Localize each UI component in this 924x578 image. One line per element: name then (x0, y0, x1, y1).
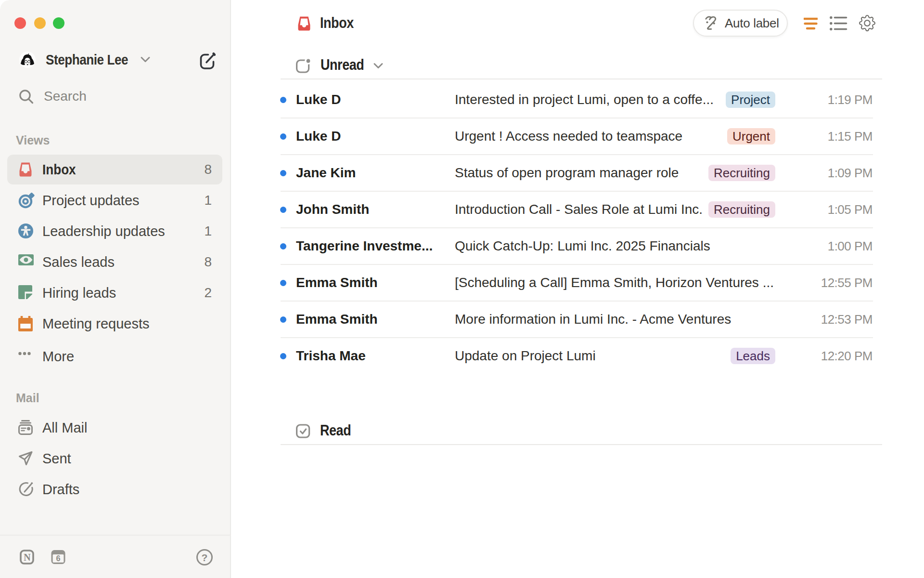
svg-text:6: 6 (56, 554, 61, 563)
svg-text:?: ? (202, 552, 208, 563)
svg-text:N: N (24, 552, 31, 563)
